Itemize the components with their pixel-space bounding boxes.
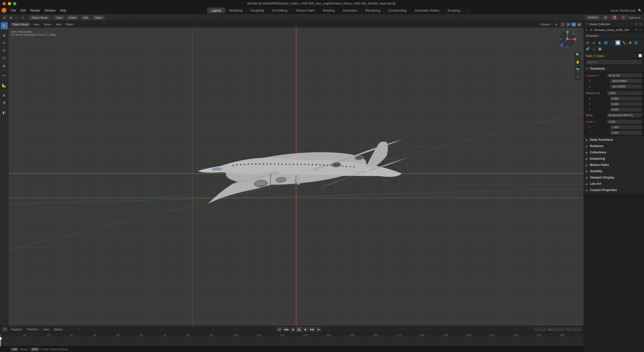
- zoom-icon[interactable]: 🔍: [575, 51, 581, 58]
- timeline-keying-menu[interactable]: Keying ▾: [26, 327, 40, 331]
- step-forward-btn[interactable]: ▶: [303, 327, 308, 332]
- loc-z-value[interactable]: -661.60400: [610, 84, 642, 89]
- prop-material-icon[interactable]: ⬤: [597, 46, 602, 52]
- relations-header[interactable]: ▶ Relations: [584, 143, 644, 149]
- header-icon-4[interactable]: ◰: [20, 15, 25, 20]
- tool-scale[interactable]: ⊡: [1, 55, 8, 62]
- mode-dropdown[interactable]: Object Mode: [29, 15, 50, 20]
- prop-physics-icon[interactable]: 🌀: [633, 40, 639, 46]
- tab-shading[interactable]: Shading: [318, 8, 339, 13]
- tool-extra[interactable]: ◧: [1, 109, 8, 116]
- transform-global[interactable]: Global ▾: [586, 15, 600, 20]
- play-btn[interactable]: ▶: [296, 327, 302, 332]
- tool-rotate[interactable]: ⟳: [1, 47, 8, 54]
- tool-cursor[interactable]: ⊕: [1, 32, 8, 39]
- tab-uv-editing[interactable]: UV Editing: [268, 8, 291, 13]
- tab-texture-paint[interactable]: Texture Paint: [292, 8, 319, 13]
- viewport-object-btn[interactable]: Object: [64, 22, 75, 26]
- prop-world-icon[interactable]: ○: [609, 40, 615, 46]
- transform-pivot[interactable]: ⊕: [602, 15, 609, 20]
- scale-y-value[interactable]: 1.000: [610, 125, 642, 129]
- tool-move[interactable]: ✛: [1, 39, 8, 47]
- tool-annotate[interactable]: ✏: [1, 72, 8, 79]
- tool-add[interactable]: ▲: [1, 92, 8, 99]
- tab-sculpting[interactable]: Sculpting: [247, 8, 268, 13]
- pan-icon[interactable]: ✋: [575, 59, 581, 65]
- custom-properties-header[interactable]: ▶ Custom Properties: [584, 187, 644, 193]
- rot-y-value[interactable]: 0.000: [610, 102, 642, 106]
- collection-item[interactable]: ▶ ▥ Emirates_Airbus_A330_200 👁 ◷: [584, 27, 644, 32]
- timeline-icon[interactable]: ⏱: [2, 327, 8, 332]
- viewport-select-btn[interactable]: Select: [42, 22, 53, 26]
- viewport-mode-btn[interactable]: Object Mode: [11, 22, 30, 26]
- btn-view[interactable]: View: [54, 15, 64, 20]
- viewport-add-btn[interactable]: Add: [55, 22, 63, 26]
- current-frame-input[interactable]: 1: [534, 327, 547, 331]
- step-back-btn[interactable]: ◀: [290, 327, 295, 332]
- mode-value[interactable]: Quaternion (WXYZ): [607, 113, 642, 117]
- tab-animation[interactable]: Animation: [339, 8, 361, 13]
- rot-z-value[interactable]: 0.000: [610, 108, 642, 112]
- btn-add[interactable]: Add: [81, 15, 90, 20]
- collection-render-icon[interactable]: ◷: [639, 28, 642, 31]
- prop-constraints-icon[interactable]: 🔗: [585, 46, 590, 52]
- local-view-icon[interactable]: ⬡: [575, 73, 581, 80]
- scale-x-value[interactable]: 1.000: [607, 120, 642, 124]
- start-frame-input[interactable]: 1: [554, 327, 565, 331]
- header-icon-3[interactable]: □: [14, 15, 19, 20]
- minimize-button[interactable]: [8, 2, 11, 5]
- viewport[interactable]: Object Mode View Select Add Object Globa…: [9, 21, 584, 326]
- tab-add-button[interactable]: +: [464, 8, 471, 13]
- jump-next-keyframe-btn[interactable]: ▶▶: [309, 327, 315, 332]
- transform-snap[interactable]: 🧲: [610, 15, 618, 20]
- scene-collection-arrow[interactable]: ▼: [586, 23, 588, 25]
- timeline-marker-menu[interactable]: Marker: [53, 327, 64, 331]
- proportional-edit[interactable]: ⊙: [620, 15, 627, 20]
- jump-start-btn[interactable]: ⏮: [277, 327, 282, 332]
- scale-z-value[interactable]: 1.000: [610, 131, 642, 135]
- prop-view-layer-icon[interactable]: ◧: [597, 40, 602, 46]
- camera-icon[interactable]: 📷: [575, 66, 581, 72]
- viewport-global-btn[interactable]: Global ▾: [539, 22, 552, 27]
- menu-file[interactable]: File: [9, 8, 18, 13]
- jump-end-btn[interactable]: ⏭: [316, 327, 321, 332]
- viewport-snap-btn[interactable]: ⊕: [554, 22, 559, 27]
- transform-section-header[interactable]: ▼ Transform: [584, 66, 644, 72]
- options-btn[interactable]: Options ▾: [629, 16, 642, 19]
- end-frame-input[interactable]: 250: [572, 327, 582, 331]
- header-icon-1[interactable]: ▥: [2, 15, 7, 20]
- prop-particles-icon[interactable]: ✨: [627, 40, 633, 46]
- navigation-gizmo[interactable]: [558, 30, 579, 50]
- rot-x-value[interactable]: 0.000: [610, 97, 642, 101]
- close-button[interactable]: [3, 2, 6, 5]
- prop-object-icon[interactable]: ⬜: [615, 40, 621, 46]
- tab-modeling[interactable]: Modeling: [225, 8, 247, 13]
- tab-scripting[interactable]: Scripting: [444, 8, 464, 13]
- viewport-display-header[interactable]: ▶ Viewport Display: [584, 174, 644, 181]
- loc-x-value[interactable]: 30.41131: [607, 73, 642, 77]
- tool-select[interactable]: ↖: [1, 22, 8, 29]
- btn-object[interactable]: Object: [92, 15, 105, 20]
- tool-transform[interactable]: ◈: [1, 62, 8, 69]
- timeline-playback-menu[interactable]: Playback: [10, 327, 24, 331]
- header-icon-2[interactable]: ◨: [8, 15, 13, 20]
- prop-data-icon[interactable]: △: [591, 46, 596, 52]
- tool-measure[interactable]: 📐: [1, 82, 8, 89]
- instancing-header[interactable]: ▶ Instancing: [584, 156, 644, 162]
- tab-layout[interactable]: Layout: [207, 8, 225, 13]
- tab-rendering[interactable]: Rendering: [361, 8, 384, 13]
- window-controls[interactable]: [3, 2, 16, 5]
- tab-compositing[interactable]: Compositing: [384, 8, 411, 13]
- collection-eye[interactable]: 👁: [635, 28, 638, 31]
- line-art-header[interactable]: ▶ Line Art: [584, 181, 644, 187]
- prop-search-input[interactable]: [586, 60, 642, 64]
- delta-transform-header[interactable]: ▶ Delta Transform: [584, 137, 644, 143]
- motion-paths-header[interactable]: ▶ Motion Paths: [584, 162, 644, 168]
- prop-output-icon[interactable]: 🖨: [591, 40, 596, 46]
- viewport-view-btn[interactable]: View: [32, 22, 41, 26]
- gizmo-circle[interactable]: [558, 30, 576, 48]
- collections-header[interactable]: ▶ Collections: [584, 149, 644, 155]
- menu-edit[interactable]: Edit: [18, 8, 28, 13]
- rot-w-value[interactable]: 1.000: [607, 91, 642, 95]
- prop-scene-icon[interactable]: 🌐: [603, 40, 609, 46]
